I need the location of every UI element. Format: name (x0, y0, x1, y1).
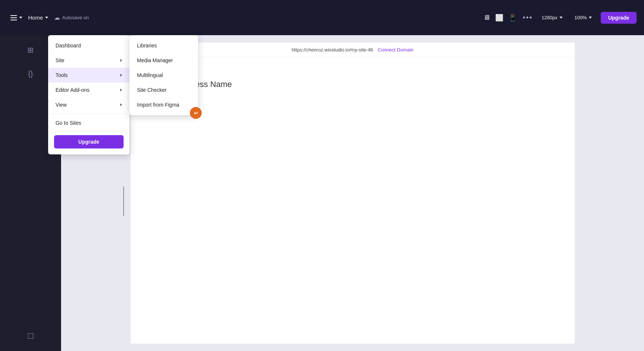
chat-icon[interactable]: ☐ (23, 329, 38, 344)
home-text: Home (28, 14, 43, 21)
submenu-item-import-figma-label: Import from Figma (137, 102, 179, 108)
menu-item-go-to-sites-label: Go to Sites (56, 120, 81, 126)
menu-item-site-arrow (120, 59, 122, 62)
menu-item-editor-addons[interactable]: Editor Add-ons (48, 83, 130, 97)
menu-item-dashboard[interactable]: Dashboard (48, 38, 130, 53)
menu-item-view-label: View (56, 102, 67, 108)
menu-item-view[interactable]: View (48, 97, 130, 112)
menu-item-site-label: Site (56, 57, 64, 63)
orange-fab-button[interactable]: ↩ (190, 107, 202, 119)
menu-divider (48, 114, 130, 114)
submenu-item-multilingual[interactable]: Multilingual (130, 68, 198, 83)
zoom-value: 100% (574, 15, 587, 20)
submenu-item-site-checker[interactable]: Site Checker (130, 83, 198, 97)
zoom-chevron-icon (589, 17, 592, 19)
more-options-button[interactable]: ••• (523, 13, 533, 22)
menu-item-tools-label: Tools (56, 72, 68, 78)
resolution-value: 1280px (541, 15, 557, 20)
hamburger-icon (10, 15, 17, 20)
home-chevron-icon (45, 17, 48, 19)
menu-item-site[interactable]: Site (48, 53, 130, 68)
resolution-selector[interactable]: 1280px (539, 13, 566, 22)
menu-divider-2 (48, 132, 130, 132)
home-label[interactable]: Home (28, 14, 48, 21)
dropdown-menu: Dashboard Site Tools Editor Add-ons View… (48, 35, 130, 154)
topbar-right: 🖥 ⬜ 📱 ••• 1280px 100% Upgrade (483, 12, 637, 24)
submenu-item-libraries-label: Libraries (137, 43, 157, 49)
menu-item-go-to-sites[interactable]: Go to Sites (48, 116, 130, 130)
menu-item-dashboard-label: Dashboard (56, 43, 81, 49)
device-icons: 🖥 ⬜ 📱 (483, 14, 517, 22)
hamburger-menu-button[interactable] (7, 13, 25, 23)
menu-item-view-arrow (120, 103, 122, 106)
connect-domain-link[interactable]: Connect Domain (378, 47, 413, 53)
layers-icon[interactable]: ⊞ (23, 43, 38, 57)
chevron-down-icon (19, 17, 22, 19)
menu-item-tools[interactable]: Tools (48, 68, 130, 83)
url-text: https://chenroz.wixstudio.io/my-site-46 (292, 47, 373, 53)
mobile-icon[interactable]: 📱 (509, 14, 517, 22)
submenu-item-libraries[interactable]: Libraries (130, 38, 198, 53)
code-icon[interactable]: {} (23, 66, 38, 81)
topbar-left: Home ☁ Autosave on (7, 13, 89, 23)
menu-item-tools-arrow (120, 74, 122, 77)
autosave-indicator: ☁ Autosave on (54, 14, 89, 21)
submenu-item-import-figma[interactable]: Import from Figma (130, 97, 198, 112)
menu-item-editor-addons-label: Editor Add-ons (56, 87, 90, 93)
upgrade-button[interactable]: Upgrade (601, 12, 637, 24)
tools-submenu: Libraries Media Manager Multilingual Sit… (130, 35, 198, 115)
resolution-chevron-icon (560, 17, 563, 19)
submenu-item-site-checker-label: Site Checker (137, 87, 167, 93)
topbar: Home ☁ Autosave on 🖥 ⬜ 📱 ••• 1280px 100%… (0, 0, 644, 35)
cloud-icon: ☁ (54, 14, 60, 21)
desktop-icon[interactable]: 🖥 (483, 14, 490, 21)
autosave-text: Autosave on (62, 15, 89, 20)
submenu-item-multilingual-label: Multilingual (137, 72, 163, 78)
submenu-item-media-manager[interactable]: Media Manager (130, 53, 198, 68)
submenu-item-media-manager-label: Media Manager (137, 57, 173, 63)
zoom-selector[interactable]: 100% (571, 13, 595, 22)
tablet-icon[interactable]: ⬜ (495, 14, 503, 22)
scroll-handle[interactable] (123, 186, 124, 216)
upgrade-menu-button[interactable]: Upgrade (54, 135, 124, 148)
menu-item-editor-addons-arrow (120, 88, 122, 91)
